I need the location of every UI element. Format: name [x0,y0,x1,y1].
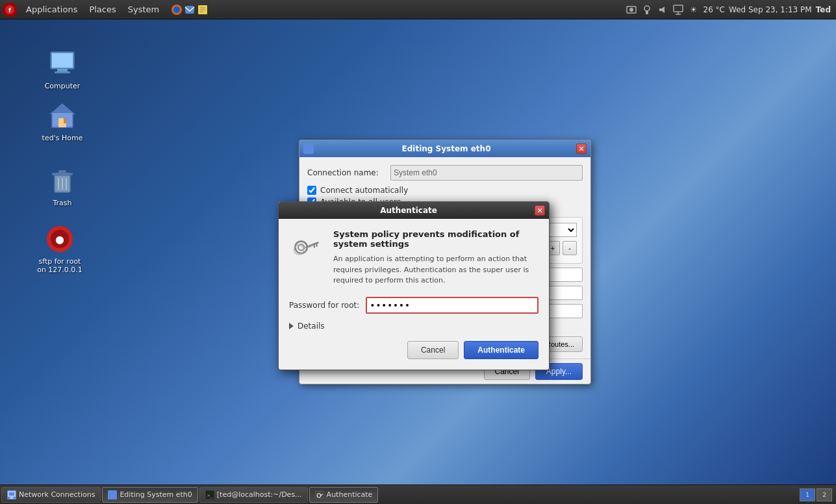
firefox-icon[interactable] [171,4,183,16]
workspace-switcher: 1 2 [800,488,832,501]
svg-point-11 [644,6,650,11]
keyring-icon[interactable] [641,4,653,16]
computer-label: Computer [45,82,81,90]
datetime: Wed Sep 23, 1:13 PM [729,5,812,14]
taskbar-bottom-right: 1 2 [800,488,835,501]
svg-point-10 [629,8,633,12]
authenticate-label: Authenticate [327,490,373,499]
network-connections-label: Network Connections [19,490,95,499]
svg-rect-19 [57,69,68,71]
eth0-window-icon [303,144,314,154]
del-address-btn[interactable]: - [563,241,577,255]
password-input[interactable] [366,297,538,314]
temperature: 26 °C [703,5,725,14]
svg-rect-24 [64,118,66,123]
auth-title: Authenticate [283,206,535,215]
svg-rect-4 [185,6,194,14]
taskbar-authenticate[interactable]: Authenticate [309,487,379,503]
desktop-icon-sftp[interactable]: ● sftp for root on 127.0.0.1 [34,221,86,277]
home-label: ted's Home [42,134,83,142]
auth-body: An application is attempting to perform … [333,254,538,286]
svg-rect-27 [58,170,66,174]
desktop-icon-home[interactable]: ted's Home [36,97,88,145]
auth-titlebar[interactable]: Authenticate ✕ [279,202,549,219]
eth0-title: Editing System eth0 [316,144,576,153]
username: Ted [816,5,831,14]
trash-icon-img [47,165,78,196]
terminal-label: [ted@localhost:~/Des... [217,490,302,499]
notes-icon[interactable] [197,4,209,16]
svg-rect-20 [55,71,70,73]
network-icon[interactable] [672,4,684,16]
computer-icon-img [47,48,78,79]
auth-header: System policy prevents modification of s… [289,229,538,286]
desktop-icon-computer[interactable]: Computer [36,45,88,93]
editing-eth0-icon [108,490,117,499]
taskbar-network-connections[interactable]: Network Connections [1,487,101,503]
details-row[interactable]: Details [289,321,538,331]
auth-close-button[interactable]: ✕ [535,205,545,216]
workspace-1[interactable]: 1 [800,488,815,501]
sftp-icon-img: ● [44,223,75,255]
authenticate-dialog: Authenticate ✕ [278,201,550,370]
evolution-icon[interactable] [184,4,196,16]
details-label: Details [298,321,325,331]
home-icon-img [47,100,78,131]
connect-auto-label: Connect automatically [320,186,408,195]
eth0-titlebar[interactable]: Editing System eth0 ✕ [299,140,590,157]
svg-point-3 [173,6,180,13]
auth-heading: System policy prevents modification of s… [333,229,538,249]
desktop-icon-trash[interactable]: Trash [36,162,88,210]
volume-icon[interactable] [657,4,668,16]
taskbar-bottom: Network Connections Editing System eth0 … [0,485,836,504]
desktop: Computer ted's Home Trash [0,19,836,485]
authenticate-button[interactable]: Authenticate [464,341,538,359]
taskbar-left: f Applications Places System [0,3,209,17]
connection-name-row: Connection name: [307,165,583,181]
network-connections-icon [7,490,16,499]
auth-keys-icon [289,229,323,263]
svg-rect-12 [646,10,648,14]
svg-marker-22 [49,104,75,114]
taskbar-right: ☀ 26 °C Wed Sep 23, 1:13 PM Ted [626,4,836,16]
taskbar-editing-eth0[interactable]: Editing System eth0 [102,487,197,503]
applications-menu[interactable]: Applications [21,3,82,16]
authenticate-taskbar-icon [315,490,324,499]
taskbar-terminal[interactable]: >_ [ted@localhost:~/Des... [199,487,308,503]
auth-content: System policy prevents modification of s… [279,219,549,370]
svg-text:f: f [8,7,11,14]
fedora-icon[interactable]: f [3,3,17,17]
svg-rect-41 [8,492,15,496]
connect-auto-checkbox[interactable] [307,186,316,195]
weather-icon[interactable]: ☀ [688,4,700,16]
workspace-2[interactable]: 2 [817,488,832,501]
svg-text:●: ● [55,233,64,246]
eth0-close-button[interactable]: ✕ [576,144,587,154]
svg-text:>_: >_ [207,493,213,498]
editing-eth0-label: Editing System eth0 [120,490,192,499]
trash-label: Trash [53,199,71,207]
svg-rect-14 [674,5,683,12]
system-menu[interactable]: System [123,3,164,16]
places-menu[interactable]: Places [84,3,121,16]
password-row: Password for root: [289,297,538,314]
auth-buttons: Cancel Authenticate [289,341,538,359]
connection-name-label: Connection name: [307,168,385,177]
auth-cancel-button[interactable]: Cancel [407,341,459,359]
svg-marker-13 [659,6,665,13]
terminal-icon: >_ [205,490,214,499]
svg-rect-18 [52,53,73,68]
details-arrow-icon [289,323,294,329]
auth-text-block: System policy prevents modification of s… [333,229,538,286]
password-label: Password for root: [289,301,361,310]
sftp-label: sftp for root on 127.0.0.1 [36,257,83,274]
connection-name-input[interactable] [390,165,583,181]
connect-auto-row: Connect automatically [307,186,583,195]
screenshot-icon[interactable] [626,4,637,16]
taskbar-top: f Applications Places System ☀ 26 °C [0,0,836,19]
